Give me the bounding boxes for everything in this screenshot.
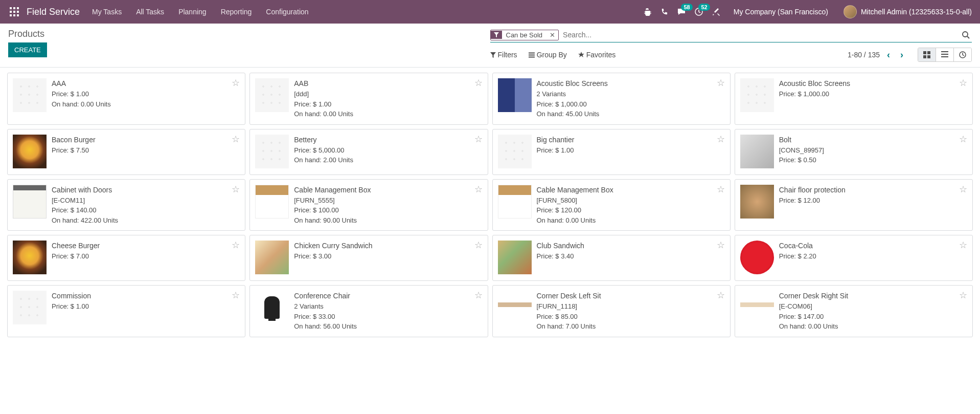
favorite-star-icon[interactable]: ☆ bbox=[232, 134, 240, 145]
pager-prev[interactable]: ‹ bbox=[884, 49, 893, 61]
pager-next[interactable]: › bbox=[897, 49, 906, 61]
product-name: Chicken Curry Sandwich bbox=[294, 241, 482, 251]
svg-rect-8 bbox=[17, 14, 19, 16]
product-onhand: On hand: 422.00 Units bbox=[52, 215, 240, 226]
product-card[interactable]: Bolt[CONS_89957]Price: $ 0.50☆ bbox=[735, 129, 973, 175]
search-input[interactable] bbox=[562, 29, 960, 41]
product-card[interactable]: BetteryPrice: $ 5,000.00On hand: 2.00 Un… bbox=[249, 129, 488, 175]
product-price: Price: $ 120.00 bbox=[537, 205, 725, 215]
favorite-star-icon[interactable]: ☆ bbox=[474, 184, 483, 195]
svg-point-10 bbox=[963, 32, 968, 37]
product-name: Bacon Burger bbox=[52, 135, 240, 145]
pager-text[interactable]: 1-80 / 135 bbox=[848, 51, 880, 59]
favorite-star-icon[interactable]: ☆ bbox=[959, 184, 967, 195]
user-name: Mitchell Admin (12325633-15-0-all) bbox=[861, 8, 972, 16]
product-card[interactable]: Cable Management Box[FURN_5555]Price: $ … bbox=[249, 179, 488, 231]
product-name: AAB bbox=[294, 78, 482, 89]
nav-reporting[interactable]: Reporting bbox=[221, 8, 252, 16]
nav-configuration[interactable]: Configuration bbox=[266, 8, 308, 16]
product-ref: [E-COM06] bbox=[779, 301, 967, 312]
apps-menu-icon[interactable] bbox=[8, 6, 20, 18]
product-thumb bbox=[13, 241, 47, 274]
product-card[interactable]: Bacon BurgerPrice: $ 7.50☆ bbox=[7, 129, 245, 175]
product-card[interactable]: Corner Desk Left Sit[FURN_1118]Price: $ … bbox=[492, 285, 731, 337]
list-view-button[interactable] bbox=[936, 48, 954, 61]
search-facet: Can be Sold ✕ bbox=[490, 30, 559, 40]
user-menu[interactable]: Mitchell Admin (12325633-15-0-all) bbox=[844, 5, 972, 18]
facet-remove[interactable]: ✕ bbox=[546, 31, 558, 39]
nav-all-tasks[interactable]: All Tasks bbox=[136, 8, 164, 16]
product-body: Club SandwichPrice: $ 3.40 bbox=[537, 241, 725, 275]
svg-rect-18 bbox=[941, 51, 948, 52]
app-title[interactable]: Field Service bbox=[27, 7, 80, 17]
phone-icon[interactable] bbox=[660, 8, 668, 16]
product-card[interactable]: Club SandwichPrice: $ 3.40☆ bbox=[492, 235, 731, 281]
favorite-star-icon[interactable]: ☆ bbox=[232, 184, 240, 195]
favorite-star-icon[interactable]: ☆ bbox=[474, 77, 483, 89]
product-card[interactable]: Cable Management Box[FURN_5800]Price: $ … bbox=[492, 179, 731, 231]
favorite-star-icon[interactable]: ☆ bbox=[717, 134, 725, 145]
bug-icon[interactable] bbox=[643, 8, 651, 16]
product-card[interactable]: Conference Chair2 VariantsPrice: $ 33.00… bbox=[249, 285, 488, 337]
product-ref: [ddd] bbox=[294, 89, 482, 99]
product-price: Price: $ 140.00 bbox=[52, 205, 240, 215]
filter-icon bbox=[491, 31, 502, 39]
favorite-star-icon[interactable]: ☆ bbox=[232, 290, 240, 301]
product-thumb bbox=[255, 78, 289, 112]
favorite-star-icon[interactable]: ☆ bbox=[474, 239, 483, 251]
favorite-star-icon[interactable]: ☆ bbox=[232, 77, 240, 89]
facet-label: Can be Sold bbox=[502, 30, 547, 40]
product-ref: [FURN_5800] bbox=[537, 195, 725, 206]
product-onhand: On hand: 56.00 Units bbox=[294, 321, 482, 332]
favorite-star-icon[interactable]: ☆ bbox=[717, 184, 725, 195]
product-name: Acoustic Bloc Screens bbox=[779, 78, 967, 89]
favorite-star-icon[interactable]: ☆ bbox=[959, 134, 967, 145]
favorite-star-icon[interactable]: ☆ bbox=[959, 290, 967, 301]
company-selector[interactable]: My Company (San Francisco) bbox=[734, 8, 828, 16]
product-card[interactable]: Cheese BurgerPrice: $ 7.00☆ bbox=[7, 235, 245, 281]
product-variants: 2 Variants bbox=[294, 301, 482, 312]
favorite-star-icon[interactable]: ☆ bbox=[474, 290, 483, 301]
product-card[interactable]: Cabinet with Doors[E-COM11]Price: $ 140.… bbox=[7, 179, 245, 231]
tools-icon[interactable] bbox=[712, 8, 720, 16]
favorite-star-icon[interactable]: ☆ bbox=[717, 290, 725, 301]
product-card[interactable]: Coca-ColaPrice: $ 2.20☆ bbox=[735, 235, 973, 281]
product-body: Cheese BurgerPrice: $ 7.00 bbox=[52, 241, 240, 275]
product-price: Price: $ 33.00 bbox=[294, 312, 482, 322]
nav-my-tasks[interactable]: My Tasks bbox=[92, 8, 122, 16]
nav-planning[interactable]: Planning bbox=[178, 8, 207, 16]
product-card[interactable]: AAB[ddd]Price: $ 1.00On hand: 0.00 Units… bbox=[249, 73, 488, 125]
product-card[interactable]: AAAPrice: $ 1.00On hand: 0.00 Units☆ bbox=[7, 73, 245, 125]
product-body: Cable Management Box[FURN_5555]Price: $ … bbox=[294, 185, 482, 226]
favorite-star-icon[interactable]: ☆ bbox=[959, 239, 967, 251]
favorite-star-icon[interactable]: ☆ bbox=[959, 77, 967, 89]
create-button[interactable]: Create bbox=[8, 42, 47, 57]
favorites-label: Favorites bbox=[586, 51, 616, 59]
product-card[interactable]: Chair floor protectionPrice: $ 12.00☆ bbox=[735, 179, 973, 231]
favorite-star-icon[interactable]: ☆ bbox=[717, 77, 725, 89]
product-card[interactable]: CommissionPrice: $ 1.00☆ bbox=[7, 285, 245, 337]
product-name: AAA bbox=[52, 78, 240, 89]
product-card[interactable]: Chicken Curry SandwichPrice: $ 3.00☆ bbox=[249, 235, 488, 281]
favorite-star-icon[interactable]: ☆ bbox=[717, 239, 725, 251]
product-card[interactable]: Big chantierPrice: $ 1.00☆ bbox=[492, 129, 731, 175]
product-card[interactable]: Acoustic Bloc Screens2 VariantsPrice: $ … bbox=[492, 73, 731, 125]
svg-rect-6 bbox=[10, 14, 12, 16]
product-body: Corner Desk Left Sit[FURN_1118]Price: $ … bbox=[537, 291, 725, 332]
groupby-button[interactable]: Group By bbox=[529, 51, 567, 59]
product-onhand: On hand: 0.00 Units bbox=[779, 321, 967, 332]
activity-view-button[interactable] bbox=[954, 48, 971, 61]
product-thumb bbox=[498, 185, 532, 219]
kanban-view-button[interactable] bbox=[918, 48, 936, 61]
svg-rect-19 bbox=[941, 54, 948, 55]
favorite-star-icon[interactable]: ☆ bbox=[232, 239, 240, 251]
product-card[interactable]: Acoustic Bloc ScreensPrice: $ 1,000.00☆ bbox=[735, 73, 973, 125]
search-icon[interactable] bbox=[960, 31, 972, 39]
favorite-star-icon[interactable]: ☆ bbox=[474, 134, 483, 145]
messages-icon[interactable]: 58 bbox=[677, 8, 686, 16]
favorites-button[interactable]: Favorites bbox=[578, 51, 616, 59]
filters-button[interactable]: Filters bbox=[490, 51, 517, 59]
product-card[interactable]: Corner Desk Right Sit[E-COM06]Price: $ 1… bbox=[735, 285, 973, 337]
control-panel: Products Create Can be Sold ✕ bbox=[0, 24, 980, 62]
activities-icon[interactable]: 52 bbox=[695, 8, 703, 16]
